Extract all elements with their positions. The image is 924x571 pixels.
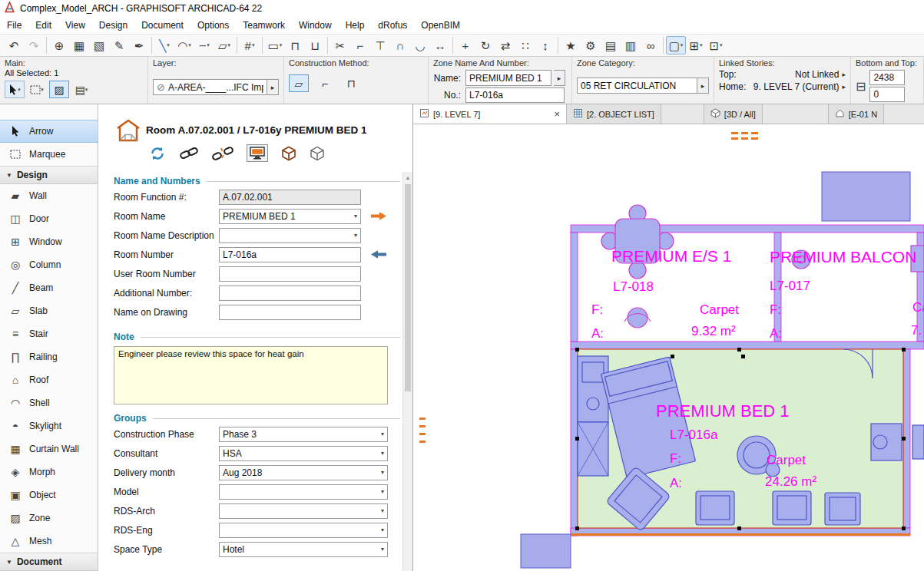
marquee-capture-icon[interactable]: ▧ xyxy=(89,36,109,54)
multiply-icon[interactable]: ∷ xyxy=(515,36,535,54)
windows-icon[interactable]: ⊞▾ xyxy=(686,36,706,54)
toolbox-section-document[interactable]: ▼Document xyxy=(0,553,98,571)
floor-plan-canvas[interactable]: PREMIUM E/S 1 L7-018 F: Carpet A: 9.32 m… xyxy=(413,124,924,571)
rotate-icon[interactable]: ↻ xyxy=(475,36,495,54)
room-number-input[interactable]: L7-016a xyxy=(219,247,361,262)
lock-icon[interactable]: ⊓ xyxy=(285,36,305,54)
zone-number-text[interactable]: L7-017 xyxy=(770,279,810,293)
layer-combo[interactable]: ⊘ A-AREA-____...IFC Import xyxy=(153,79,267,95)
dash-style-icon[interactable]: ┄▾ xyxy=(194,36,214,54)
tool-marquee[interactable]: Marquee xyxy=(0,143,98,166)
arc-default-icon[interactable]: ◠▾ xyxy=(174,36,194,54)
menu-edit[interactable]: Edit xyxy=(28,17,58,34)
rds-eng-dropdown[interactable]: ▾ xyxy=(219,523,388,538)
sync-icon[interactable] xyxy=(149,145,166,162)
room-name-description-dropdown[interactable]: ▾ xyxy=(219,228,361,243)
construction-gable-button[interactable]: ⊓ xyxy=(341,74,361,92)
adjust-icon[interactable]: ⌐ xyxy=(350,36,370,54)
pickup-parameters-icon[interactable]: ✎ xyxy=(109,36,129,54)
tool-column[interactable]: ◎Column xyxy=(0,253,98,276)
tool-slab[interactable]: ▱Slab xyxy=(0,299,98,322)
tool-curtain-wall[interactable]: ▦Curtain Wall xyxy=(0,437,98,460)
tool-mesh[interactable]: △Mesh xyxy=(0,530,98,553)
zone-category-flyout-button[interactable]: ▸ xyxy=(697,78,709,94)
tool-arrow[interactable]: Arrow xyxy=(0,120,98,143)
screen-view-options-icon[interactable]: ▢▾ xyxy=(666,36,686,54)
settings-icon[interactable]: ⚙ xyxy=(581,36,601,54)
zone-name-flyout-button[interactable]: ▸ xyxy=(554,70,565,86)
consultant-dropdown[interactable]: HSA▾ xyxy=(219,446,388,461)
quick-layers-icon[interactable]: ▦ xyxy=(69,36,89,54)
documents-icon[interactable]: ▥ xyxy=(621,36,641,54)
additional-number-input[interactable] xyxy=(219,286,361,301)
model-dropdown[interactable]: ▾ xyxy=(219,484,388,500)
tool-beam[interactable]: ╱Beam xyxy=(0,276,98,299)
name-on-drawing-input[interactable] xyxy=(219,305,361,320)
linked-top-flyout[interactable]: ▸ xyxy=(842,71,846,78)
tab-3d-all[interactable]: [3D / All] xyxy=(704,104,763,124)
schedules-icon[interactable]: ▤ xyxy=(601,36,621,54)
zone-name-text[interactable]: PREMIUM BALCON xyxy=(770,248,916,266)
frame-select-icon[interactable]: ▭▾ xyxy=(265,36,285,54)
dining-set[interactable] xyxy=(601,205,674,328)
pen-set-button[interactable]: ▤▾ xyxy=(71,81,91,98)
bottom-offset-input[interactable]: 0 xyxy=(869,87,905,102)
suspend-groups-icon[interactable]: ⊔ xyxy=(305,36,325,54)
menu-options[interactable]: Options xyxy=(190,17,236,34)
tool-shell[interactable]: ◠Shell xyxy=(0,391,98,414)
tool-object[interactable]: ▣Object xyxy=(0,484,98,507)
line-default-icon[interactable]: ╲▾ xyxy=(154,36,174,54)
user-room-number-input[interactable] xyxy=(219,266,361,282)
fillet-icon[interactable]: ◡ xyxy=(410,36,430,54)
room-name-dropdown[interactable]: PREMIUM BED 1▾ xyxy=(219,209,361,224)
tool-skylight[interactable]: ◓Skylight xyxy=(0,414,98,437)
zone-number-text[interactable]: L7-018 xyxy=(613,279,654,294)
tool-railing[interactable]: ∏Railing xyxy=(0,345,98,368)
redo-icon[interactable]: ↷ xyxy=(24,36,44,54)
rds-arch-dropdown[interactable]: ▾ xyxy=(219,503,388,519)
menu-document[interactable]: Document xyxy=(134,17,190,34)
tool-wall[interactable]: ▰Wall xyxy=(0,184,98,207)
floor-plan-svg[interactable]: PREMIUM E/S 1 L7-018 F: Carpet A: 9.32 m… xyxy=(413,124,924,571)
hyperlink-icon[interactable]: ∞ xyxy=(641,36,661,54)
menu-drofus[interactable]: dRofus xyxy=(371,17,414,34)
favorites-icon[interactable]: ★ xyxy=(561,36,581,54)
zone-number-input[interactable]: L7-016a xyxy=(465,87,565,103)
mirror-icon[interactable]: ⇄ xyxy=(495,36,515,54)
marquee-state-button[interactable]: ▾ xyxy=(27,81,47,98)
menu-help[interactable]: Help xyxy=(339,17,372,34)
tab-overview-icon[interactable]: ⊡▾ xyxy=(706,36,726,54)
panel-scrollbar[interactable]: ▲ xyxy=(402,172,412,571)
tool-zone[interactable]: ▨Zone xyxy=(0,507,98,530)
layer-flyout-button[interactable]: ▸ xyxy=(267,79,279,95)
undo-icon[interactable]: ↶ xyxy=(4,36,24,54)
delivery-month-dropdown[interactable]: Aug 2018▾ xyxy=(219,465,388,480)
broken-link-icon[interactable] xyxy=(212,146,233,161)
close-tab-icon[interactable]: × xyxy=(554,108,560,120)
link-chain-icon[interactable] xyxy=(179,146,199,161)
linked-home-flyout[interactable]: ▸ xyxy=(842,83,846,91)
menu-file[interactable]: File xyxy=(0,17,28,34)
split-icon[interactable]: ✂ xyxy=(330,36,350,54)
menu-window[interactable]: Window xyxy=(292,17,339,34)
menu-view[interactable]: View xyxy=(58,17,92,34)
stretch-icon[interactable]: ↕ xyxy=(535,36,555,54)
zone-number-text[interactable]: L7-016a xyxy=(670,427,718,442)
zone-name-combo[interactable]: PREMIUM BED 1 xyxy=(465,70,551,86)
tool-window[interactable]: ⊞Window xyxy=(0,230,98,253)
desk[interactable] xyxy=(871,424,902,460)
construction-basic-button[interactable]: ▱ xyxy=(289,74,309,92)
tab-object-list[interactable]: [2. OBJECT LIST] xyxy=(567,104,661,124)
construction-reference-button[interactable]: ⌐ xyxy=(315,74,335,92)
space-type-dropdown[interactable]: Hotel▾ xyxy=(219,542,388,557)
resize-icon[interactable]: ↔ xyxy=(430,36,450,54)
snap-grid-icon[interactable]: #▾ xyxy=(240,36,260,54)
top-offset-input[interactable]: 2438 xyxy=(869,70,905,85)
model-cube-icon[interactable] xyxy=(310,146,325,161)
tab-elevation[interactable]: [E-01 N xyxy=(828,104,884,124)
menu-openbim[interactable]: OpenBIM xyxy=(414,17,467,34)
menu-design[interactable]: Design xyxy=(92,17,134,34)
move-icon[interactable]: + xyxy=(455,36,475,54)
zone-tool-state-button[interactable]: ▨ xyxy=(49,81,69,98)
tool-door[interactable]: ◫Door xyxy=(0,207,98,230)
